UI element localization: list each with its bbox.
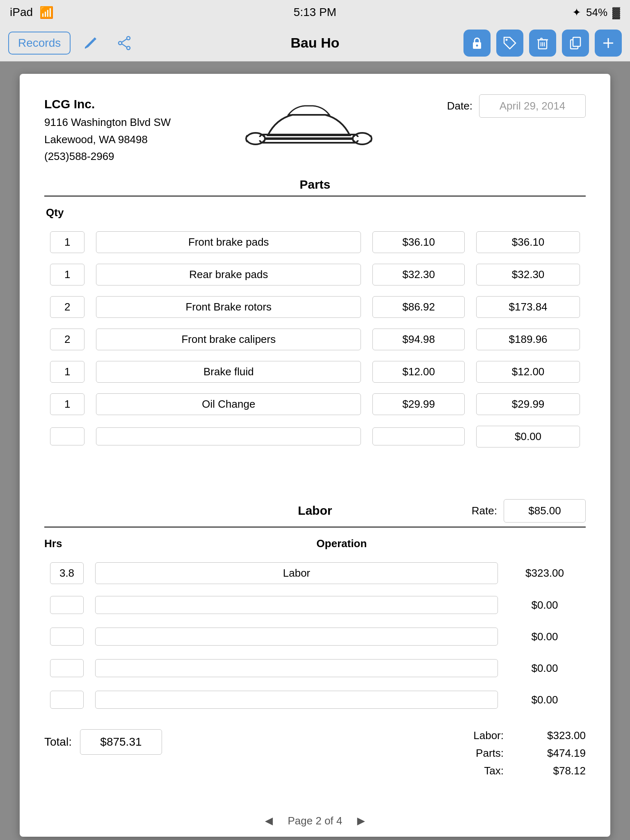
- nav-title: Bau Ho: [291, 35, 340, 51]
- company-info: LCG Inc. 9116 Washington Blvd SW Lakewoo…: [44, 94, 171, 165]
- copy-button[interactable]: [562, 30, 589, 57]
- operation-header: Operation: [98, 537, 586, 550]
- share-icon: [117, 36, 132, 50]
- status-right: ✦ 54% ▓: [572, 6, 620, 19]
- qty-header: Qty: [44, 206, 586, 219]
- labor-row: 3.8 Labor $323.00: [44, 558, 586, 588]
- company-address2: Lakewood, WA 98498: [44, 131, 171, 148]
- parts-price-1[interactable]: $32.30: [367, 260, 470, 290]
- date-value[interactable]: April 29, 2014: [479, 94, 586, 118]
- tag-button[interactable]: [496, 30, 523, 57]
- date-label: Date:: [447, 100, 472, 112]
- parts-desc-6[interactable]: [90, 422, 367, 452]
- labor-op-0[interactable]: Labor: [89, 558, 504, 588]
- nav-left: Records: [8, 30, 138, 57]
- parts-qty-5[interactable]: 1: [44, 389, 90, 419]
- svg-point-2: [127, 46, 130, 50]
- hrs-header: Hrs: [44, 537, 89, 550]
- parts-row: 1 Brake fluid $12.00 $12.00: [44, 357, 586, 387]
- parts-total-1[interactable]: $32.30: [470, 260, 586, 290]
- share-button[interactable]: [111, 30, 138, 57]
- svg-rect-21: [352, 137, 373, 140]
- copy-icon: [568, 36, 583, 50]
- parts-total-0[interactable]: $36.10: [470, 227, 586, 257]
- parts-desc-1[interactable]: Rear brake pads: [90, 260, 367, 290]
- doc-header: LCG Inc. 9116 Washington Blvd SW Lakewoo…: [44, 94, 586, 165]
- parts-total-4[interactable]: $12.00: [470, 357, 586, 387]
- labor-hrs-1[interactable]: [44, 591, 89, 620]
- add-button[interactable]: [595, 30, 622, 57]
- parts-qty-1[interactable]: 1: [44, 260, 90, 290]
- parts-qty-6[interactable]: [44, 422, 90, 452]
- status-time: 5:13 PM: [294, 6, 336, 19]
- svg-rect-14: [573, 37, 580, 46]
- parts-total-2[interactable]: $173.84: [470, 292, 586, 322]
- prev-page-arrow[interactable]: ◄: [262, 813, 276, 829]
- labor-hrs-3[interactable]: [44, 654, 89, 683]
- parts-desc-2[interactable]: Front Brake rotors: [90, 292, 367, 322]
- summary-section: Total: $875.31 Labor: $323.00 Parts: $47…: [44, 729, 586, 777]
- rate-value[interactable]: $85.00: [504, 499, 586, 523]
- parts-price-0[interactable]: $36.10: [367, 227, 470, 257]
- parts-desc-5[interactable]: Oil Change: [90, 389, 367, 419]
- labor-col-headers: Hrs Operation: [44, 537, 586, 550]
- parts-summary-value: $474.19: [512, 747, 586, 760]
- date-section: Date: April 29, 2014: [447, 94, 586, 118]
- parts-divider: [44, 196, 586, 196]
- labor-total-1: $0.00: [504, 591, 586, 620]
- labor-summary-value: $323.00: [512, 729, 586, 742]
- parts-total-5[interactable]: $29.99: [470, 389, 586, 419]
- page-indicator: Page 2 of 4: [288, 815, 342, 827]
- labor-hrs-4[interactable]: [44, 685, 89, 714]
- labor-total-4: $0.00: [504, 685, 586, 714]
- labor-row: $0.00: [44, 654, 586, 683]
- tax-summary-label: Tax:: [454, 765, 504, 777]
- parts-total-6[interactable]: $0.00: [470, 422, 586, 452]
- parts-price-5[interactable]: $29.99: [367, 389, 470, 419]
- labor-op-3[interactable]: [89, 654, 504, 683]
- next-page-arrow[interactable]: ►: [355, 813, 368, 829]
- battery-label: 54%: [586, 6, 607, 19]
- labor-row: $0.00: [44, 622, 586, 651]
- labor-total-3: $0.00: [504, 654, 586, 683]
- edit-button[interactable]: [77, 30, 104, 57]
- nav-bar: Records Bau Ho: [0, 25, 630, 62]
- document: LCG Inc. 9116 Washington Blvd SW Lakewoo…: [20, 74, 610, 837]
- parts-qty-0[interactable]: 1: [44, 227, 90, 257]
- parts-row: 1 Oil Change $29.99 $29.99: [44, 389, 586, 419]
- parts-qty-4[interactable]: 1: [44, 357, 90, 387]
- labor-table: 3.8 Labor $323.00 $0.00 $0.00: [44, 556, 586, 717]
- company-name: LCG Inc.: [44, 94, 171, 114]
- parts-price-4[interactable]: $12.00: [367, 357, 470, 387]
- total-value[interactable]: $875.31: [80, 729, 162, 755]
- labor-op-4[interactable]: [89, 685, 504, 714]
- parts-row: 1 Rear brake pads $32.30 $32.30: [44, 260, 586, 290]
- parts-desc-0[interactable]: Front brake pads: [90, 227, 367, 257]
- labor-section-title: Labor: [225, 504, 405, 518]
- parts-price-3[interactable]: $94.98: [367, 324, 470, 354]
- delete-button[interactable]: [529, 30, 556, 57]
- parts-price-2[interactable]: $86.92: [367, 292, 470, 322]
- parts-row: 2 Front Brake rotors $86.92 $173.84: [44, 292, 586, 322]
- parts-total-3[interactable]: $189.96: [470, 324, 586, 354]
- parts-price-6[interactable]: [367, 422, 470, 452]
- records-button[interactable]: Records: [8, 32, 71, 55]
- labor-hrs-2[interactable]: [44, 622, 89, 651]
- car-icon: [243, 94, 374, 160]
- plus-icon: [601, 36, 616, 50]
- labor-header-row: Labor Rate: $85.00: [44, 499, 586, 523]
- parts-qty-2[interactable]: 2: [44, 292, 90, 322]
- parts-qty-3[interactable]: 2: [44, 324, 90, 354]
- labor-op-2[interactable]: [89, 622, 504, 651]
- parts-row: 1 Front brake pads $36.10 $36.10: [44, 227, 586, 257]
- tax-summary-value: $78.12: [512, 765, 586, 777]
- summary-right: Labor: $323.00 Parts: $474.19 Tax: $78.1…: [454, 729, 586, 777]
- status-left: iPad 📶: [10, 6, 54, 19]
- labor-op-1[interactable]: [89, 591, 504, 620]
- lock-button[interactable]: [463, 30, 491, 57]
- labor-divider: [44, 527, 586, 527]
- parts-desc-3[interactable]: Front brake calipers: [90, 324, 367, 354]
- parts-desc-4[interactable]: Brake fluid: [90, 357, 367, 387]
- battery-icon: ▓: [612, 6, 620, 19]
- labor-hrs-0[interactable]: 3.8: [44, 558, 89, 588]
